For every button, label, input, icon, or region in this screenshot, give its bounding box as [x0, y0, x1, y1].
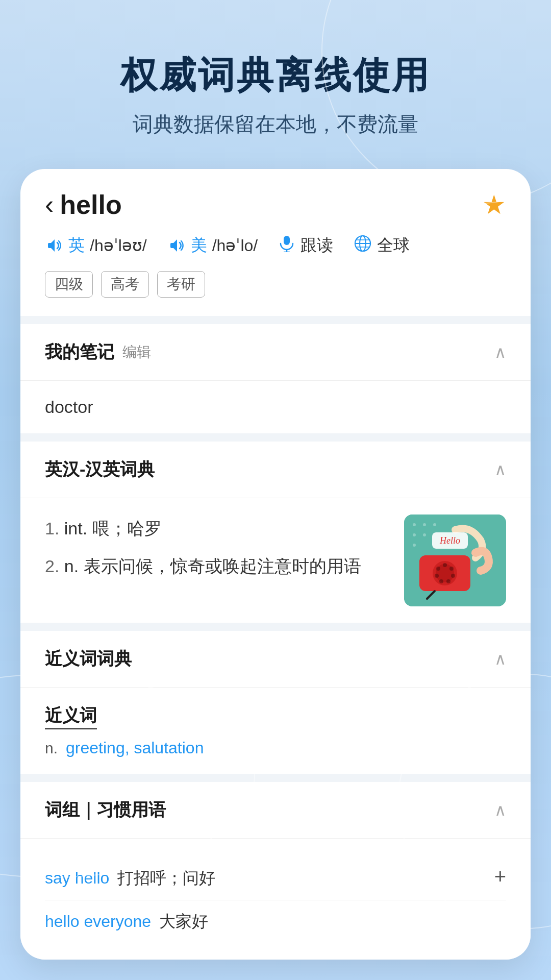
global-button[interactable]: 全球	[354, 234, 410, 257]
tag-cet4: 四级	[45, 271, 93, 298]
globe-icon	[354, 234, 372, 257]
synonym-section: 近义词词典 ∧ 近义词 n. greeting, salutation	[20, 631, 531, 774]
dict-body: 1. int. 喂；哈罗 2. n. 表示问候，惊奇或唤起注意时的用语	[20, 498, 531, 623]
svg-rect-0	[284, 236, 290, 245]
svg-point-19	[449, 567, 454, 571]
notes-body: doctor	[20, 381, 531, 433]
svg-point-12	[413, 533, 416, 536]
def-num-2: 2.	[45, 556, 64, 576]
dictionary-illustration: Hello	[404, 514, 506, 606]
speaker-us-icon[interactable]	[167, 236, 186, 255]
word-text: hello	[60, 189, 121, 220]
uk-label: 英	[68, 234, 85, 257]
definition-1: 1. int. 喂；哈罗	[45, 514, 392, 542]
us-phonetic: /həˈlo/	[212, 236, 258, 255]
word-title-group: ‹ hello	[45, 189, 122, 220]
phrase-word-2[interactable]: hello everyone	[45, 912, 151, 931]
definitions-container: 1. int. 喂；哈罗 2. n. 表示问候，惊奇或唤起注意时的用语	[45, 514, 506, 606]
synonym-body: 近义词 n. greeting, salutation	[20, 688, 531, 774]
phrase-section: 词组｜习惯用语 ∧ say hello 打招呼；问好 + hello every…	[20, 782, 531, 960]
phrase-item-1: say hello 打招呼；问好 +	[45, 855, 506, 900]
notes-title-group: 我的笔记 编辑	[45, 340, 151, 364]
phrase-section-title: 词组｜习惯用语	[45, 798, 166, 822]
svg-point-10	[423, 523, 426, 526]
svg-text:Hello: Hello	[439, 535, 460, 546]
phrase-collapse-icon[interactable]: ∧	[494, 800, 506, 820]
favorite-star-icon[interactable]: ★	[482, 189, 506, 220]
synonym-section-title: 近义词词典	[45, 647, 132, 671]
phrase-word-1[interactable]: say hello	[45, 869, 109, 888]
synonym-row: n. greeting, salutation	[45, 739, 506, 757]
synonym-label-text: 近义词	[45, 704, 97, 729]
dict-section-title: 英汉-汉英词典	[45, 458, 155, 481]
svg-point-18	[443, 563, 447, 567]
dict-section-header: 英汉-汉英词典 ∧	[20, 442, 531, 498]
phrase-add-icon-1[interactable]: +	[494, 865, 506, 888]
exam-tags: 四级 高考 考研	[45, 271, 506, 298]
speaker-uk-icon[interactable]	[45, 236, 63, 255]
phrase-meaning-1: 打招呼；问好	[117, 867, 215, 890]
notes-section-title: 我的笔记	[45, 340, 114, 364]
svg-point-11	[433, 523, 436, 526]
app-subtitle: 词典数据保留在本地，不费流量	[31, 110, 520, 138]
def-text-1: 喂；哈罗	[92, 519, 162, 538]
us-pronunciation[interactable]: 美 /həˈlo/	[167, 234, 258, 257]
uk-pronunciation[interactable]: 英 /həˈləʊ/	[45, 234, 147, 257]
svg-point-22	[439, 579, 443, 583]
notes-collapse-icon[interactable]: ∧	[494, 342, 506, 362]
def-num-1: 1.	[45, 519, 64, 538]
phrase-section-header: 词组｜习惯用语 ∧	[20, 782, 531, 839]
svg-point-14	[413, 544, 416, 547]
svg-point-23	[435, 574, 439, 578]
phrase-left-1: say hello 打招呼；问好	[45, 867, 215, 890]
synonym-collapse-icon[interactable]: ∧	[494, 649, 506, 669]
synonym-pos: n.	[45, 740, 58, 757]
svg-point-9	[413, 523, 416, 526]
synonym-words[interactable]: greeting, salutation	[66, 739, 204, 757]
microphone-icon	[278, 235, 295, 256]
notes-section-header: 我的笔记 编辑 ∧	[20, 324, 531, 381]
us-label: 美	[191, 234, 207, 257]
dictionary-card: ‹ hello ★ 英 /həˈləʊ/	[20, 169, 531, 960]
phrase-meaning-2: 大家好	[159, 911, 208, 933]
svg-point-24	[436, 567, 440, 571]
follow-read-button[interactable]: 跟读	[278, 234, 333, 257]
uk-phonetic: /həˈləʊ/	[90, 236, 147, 255]
dict-section: 英汉-汉英词典 ∧ 1. int. 喂；哈罗 2. n. 表示问候，惊奇或唤起注…	[20, 442, 531, 623]
tag-kaoyan: 考研	[157, 271, 205, 298]
phrase-item-2: hello everyone 大家好	[45, 900, 506, 943]
def-pos-1: int.	[64, 519, 92, 538]
follow-read-label: 跟读	[300, 234, 333, 257]
synonym-section-header: 近义词词典 ∧	[20, 631, 531, 688]
definition-2: 2. n. 表示问候，惊奇或唤起注意时的用语	[45, 552, 392, 580]
phrase-left-2: hello everyone 大家好	[45, 911, 208, 933]
pronunciation-row: 英 /həˈləʊ/ 美 /həˈlo/	[45, 234, 506, 257]
word-header: ‹ hello ★ 英 /həˈləʊ/	[20, 169, 531, 316]
notes-content: doctor	[45, 397, 93, 416]
dict-collapse-icon[interactable]: ∧	[494, 460, 506, 479]
notes-edit-button[interactable]: 编辑	[122, 342, 151, 362]
definitions-text: 1. int. 喂；哈罗 2. n. 表示问候，惊奇或唤起注意时的用语	[45, 514, 392, 606]
def-text-2: 表示问候，惊奇或唤起注意时的用语	[84, 556, 361, 576]
notes-section: 我的笔记 编辑 ∧ doctor	[20, 324, 531, 433]
app-header: 权威词典离线使用 词典数据保留在本地，不费流量	[0, 0, 551, 169]
svg-point-13	[423, 533, 426, 536]
phrase-body: say hello 打招呼；问好 + hello everyone 大家好	[20, 839, 531, 960]
back-arrow-icon[interactable]: ‹	[45, 189, 54, 220]
tag-gaokao: 高考	[101, 271, 149, 298]
app-title: 权威词典离线使用	[31, 51, 520, 100]
global-label: 全球	[377, 234, 410, 257]
def-pos-2: n.	[64, 556, 84, 576]
svg-point-21	[446, 579, 450, 583]
svg-point-20	[451, 574, 455, 578]
